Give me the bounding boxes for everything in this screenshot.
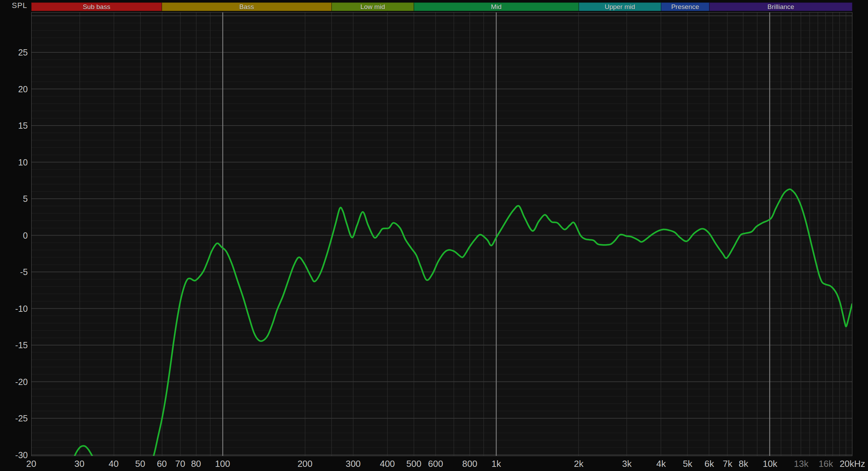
- y-tick-label: 20: [18, 85, 28, 93]
- band-segment-sub-bass: Sub bass: [31, 2, 162, 11]
- y-tick-label: -25: [15, 414, 28, 423]
- chart-plot-area: [31, 12, 852, 456]
- frequency-response-chart: [32, 12, 852, 456]
- x-tick-label: 20kHz: [840, 459, 865, 468]
- y-tick-label: 0: [23, 231, 28, 240]
- x-tick-label: 4k: [656, 459, 666, 468]
- band-segment-bass: Bass: [162, 2, 332, 11]
- band-segment-brilliance: Brilliance: [709, 2, 852, 11]
- x-tick-label: 10k: [763, 459, 777, 468]
- y-tick-label: -30: [15, 451, 28, 459]
- x-tick-label: 300: [345, 459, 360, 468]
- x-tick-label: 13k: [794, 459, 809, 468]
- band-label: Low mid: [360, 3, 385, 10]
- y-axis-tick-labels: 2520151050-5-10-15-20-25-30: [0, 0, 29, 471]
- y-tick-label: 15: [18, 121, 28, 130]
- y-tick-label: -15: [15, 341, 28, 350]
- y-tick-label: -20: [15, 377, 28, 386]
- x-tick-label: 6k: [704, 459, 714, 468]
- y-tick-label: 25: [18, 48, 28, 57]
- x-tick-label: 40: [109, 459, 119, 468]
- band-label: Sub bass: [83, 3, 110, 10]
- band-label: Upper mid: [604, 3, 635, 10]
- x-tick-label: 60: [157, 459, 167, 468]
- x-tick-label: 2k: [574, 459, 583, 468]
- band-segment-mid: Mid: [414, 2, 579, 11]
- x-tick-label: 5k: [683, 459, 692, 468]
- x-tick-label: 100: [215, 459, 230, 468]
- x-tick-label: 400: [380, 459, 395, 468]
- x-tick-label: 600: [428, 459, 443, 468]
- band-label: Bass: [239, 3, 254, 10]
- x-tick-label: 80: [191, 459, 201, 468]
- x-tick-label: 16k: [819, 459, 833, 468]
- x-tick-label: 7k: [723, 459, 732, 468]
- band-segment-presence: Presence: [661, 2, 709, 11]
- x-tick-label: 20: [26, 459, 36, 468]
- y-tick-label: -10: [15, 304, 28, 313]
- response-curve: [73, 189, 852, 456]
- x-tick-label: 200: [298, 459, 312, 468]
- band-strip: Sub bassBassLow midMidUpper midPresenceB…: [31, 2, 852, 11]
- band-label: Mid: [491, 3, 502, 10]
- band-segment-upper-mid: Upper mid: [579, 2, 661, 11]
- y-tick-label: 5: [23, 195, 28, 203]
- x-tick-label: 3k: [622, 459, 632, 468]
- band-segment-low-mid: Low mid: [332, 2, 414, 11]
- x-tick-label: 70: [175, 459, 185, 468]
- x-tick-label: 8k: [739, 459, 748, 468]
- x-tick-label: 500: [406, 459, 421, 468]
- x-tick-label: 50: [135, 459, 145, 468]
- x-tick-label: 1k: [492, 459, 501, 468]
- y-tick-label: 10: [18, 158, 28, 166]
- spl-analyzer-screen: { "header": { "spl_label": "SPL" }, "col…: [0, 0, 868, 471]
- band-label: Brilliance: [767, 3, 794, 10]
- x-axis-tick-labels: 203040506070801002003004005006008001k2k3…: [31, 458, 852, 471]
- band-label: Presence: [671, 3, 699, 10]
- x-tick-label: 800: [462, 459, 477, 468]
- x-tick-label: 30: [74, 459, 84, 468]
- y-tick-label: -5: [20, 268, 28, 276]
